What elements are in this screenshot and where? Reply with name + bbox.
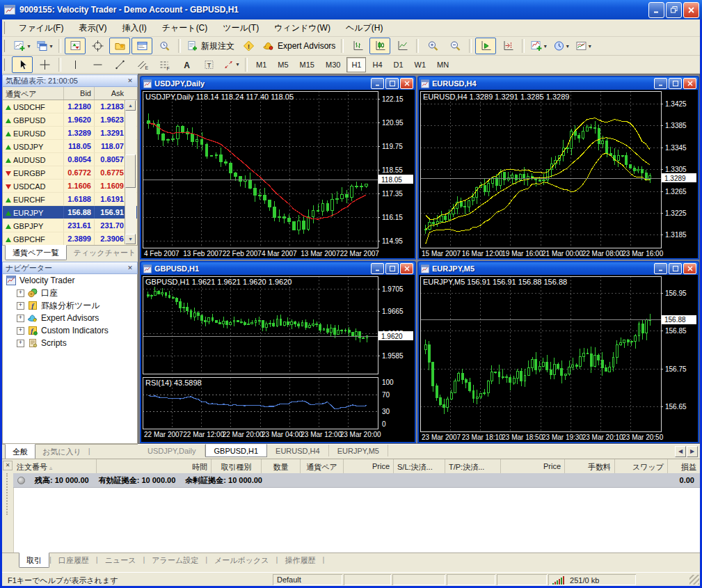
market-watch-tab-1[interactable]: ティックチャート (67, 246, 143, 260)
terminal-column-8[interactable]: Price (501, 459, 565, 473)
navigator-close-icon[interactable]: ✕ (126, 264, 134, 271)
quote-row-USDCAD[interactable]: USDCAD1.16061.1609 (3, 180, 137, 193)
tree-root[interactable]: Velocity Trader (3, 274, 137, 287)
tree-item-4[interactable]: +Scripts (3, 337, 137, 349)
crosshair-tool-button[interactable] (34, 56, 55, 73)
terminal-tab-3[interactable]: アラーム設定 (145, 553, 205, 567)
chart-canvas-usdjpy[interactable]: 122.15120.95119.75118.55117.35116.15114.… (141, 90, 415, 258)
chart-window-gbpusd[interactable]: GBPUSD,H11.97051.96651.96251.95851.96201… (140, 261, 416, 443)
chart-canvas-eurjpy[interactable]: 156.95156.85156.75156.65156.88EURJPY,M5 … (419, 275, 698, 442)
new-chart-button[interactable]: ▾ (12, 38, 33, 54)
chart-minimize-button[interactable] (371, 78, 384, 89)
terminal-column-9[interactable]: 手数料 (565, 459, 615, 473)
chart-tab-0[interactable]: USDJPY,Daily (139, 445, 205, 456)
timeframe-M1-button[interactable]: M1 (251, 57, 271, 72)
chart-close-button[interactable] (683, 263, 696, 274)
strategy-tester-button[interactable] (154, 38, 175, 54)
indicators-list-button[interactable]: ▾ (528, 38, 549, 54)
terminal-column-4[interactable]: 通貨ペア (301, 459, 344, 473)
menu-item-1[interactable]: 表示(V) (71, 20, 114, 36)
quote-row-USDCHF[interactable]: USDCHF1.21801.2183 (3, 100, 137, 113)
timeframe-M5-button[interactable]: M5 (273, 57, 293, 72)
terminal-tab-1[interactable]: 口座履歴 (51, 553, 96, 567)
terminal-column-5[interactable]: Price (344, 459, 394, 473)
chart-close-button[interactable] (400, 263, 413, 274)
menu-item-4[interactable]: ツール(T) (215, 20, 266, 36)
terminal-column-6[interactable]: S/L:決済... (394, 459, 445, 473)
timeframe-M30-button[interactable]: M30 (321, 57, 345, 72)
terminal-column-0[interactable]: 注文番号 ▵ (13, 459, 97, 473)
menu-item-5[interactable]: ウィンドウ(W) (266, 20, 338, 36)
quote-row-AUDUSD[interactable]: AUDUSD0.80540.8057 (3, 153, 137, 166)
terminal-column-7[interactable]: T/P:決済... (445, 459, 501, 473)
chart-canvas-eurusd[interactable]: 1.34251.33851.33451.33051.32651.32251.31… (419, 90, 698, 258)
profiles-button[interactable]: ▾ (34, 38, 55, 54)
terminal-column-2[interactable]: 取引種別 (212, 459, 262, 473)
data-window-button[interactable] (87, 38, 108, 54)
navigator-toggle-button[interactable] (109, 38, 130, 54)
cursor-tool-button[interactable] (12, 56, 33, 73)
expert-advisors-button[interactable]: Expert Advisors (260, 38, 337, 54)
market-watch-toggle-button[interactable] (65, 38, 86, 54)
chart-canvas-gbpusd[interactable]: 1.97051.96651.96251.95851.962010070300RS… (141, 275, 415, 442)
tabs-scroll-right-button[interactable]: ▶ (687, 446, 698, 457)
market-watch-close-icon[interactable]: ✕ (126, 77, 134, 84)
terminal-column-11[interactable]: 損益 (668, 459, 700, 473)
chart-window-eurusd[interactable]: EURUSD,H41.34251.33851.33451.33051.32651… (417, 76, 699, 260)
chart-title-bar[interactable]: EURJPY,M5 (419, 262, 698, 275)
chart-title-bar[interactable]: EURUSD,H4 (419, 77, 698, 90)
chart-maximize-button[interactable] (385, 263, 399, 274)
resize-grip[interactable] (689, 575, 699, 585)
quote-row-EURCHF[interactable]: EURCHF1.61881.6191 (3, 193, 137, 206)
menu-item-0[interactable]: ファイル(F) (11, 20, 71, 36)
market-watch-scrollbar[interactable]: ▲▼ (125, 100, 136, 244)
trendline-tool-button[interactable] (109, 56, 130, 73)
chart-window-eurjpy[interactable]: EURJPY,M5156.95156.85156.75156.65156.88E… (417, 261, 699, 443)
scroll-thumb[interactable] (125, 154, 136, 188)
text-tool-button[interactable]: A (176, 56, 197, 73)
line-mode-button[interactable] (392, 38, 413, 54)
quote-row-GBPUSD[interactable]: GBPUSD1.96201.9623 (3, 113, 137, 127)
menu-item-6[interactable]: ヘルプ(H) (338, 20, 391, 36)
fibonacci-tool-button[interactable]: F (154, 56, 175, 73)
market-watch-tab-0[interactable]: 通貨ペア一覧 (5, 245, 67, 260)
minimize-button[interactable] (648, 2, 664, 18)
expand-icon[interactable]: + (17, 302, 24, 310)
expand-icon[interactable]: + (17, 340, 24, 347)
chart-window-usdjpy[interactable]: USDJPY,Daily122.15120.95119.75118.55117.… (140, 76, 416, 260)
column-ask[interactable]: Ask (95, 87, 127, 100)
terminal-column-3[interactable]: 数量 (262, 459, 301, 473)
restore-button[interactable] (666, 2, 682, 18)
tree-item-0[interactable]: +口座 (3, 287, 137, 299)
expand-icon[interactable]: + (17, 289, 24, 297)
chart-close-button[interactable] (683, 78, 696, 89)
menu-item-2[interactable]: 挿入(I) (114, 20, 154, 36)
chart-minimize-button[interactable] (654, 263, 667, 274)
channel-tool-button[interactable]: E (131, 56, 152, 73)
timeframe-D1-button[interactable]: D1 (389, 57, 408, 72)
auto-scroll-button[interactable] (475, 38, 496, 54)
timeframe-MN-button[interactable]: MN (432, 57, 454, 72)
column-bid[interactable]: Bid (64, 87, 95, 100)
scroll-down-button[interactable]: ▼ (125, 234, 136, 244)
chart-title-bar[interactable]: USDJPY,Daily (141, 77, 415, 90)
periods-list-button[interactable]: ▾ (550, 38, 571, 54)
menu-item-3[interactable]: チャート(C) (154, 20, 216, 36)
chart-maximize-button[interactable] (669, 78, 682, 89)
quote-row-USDJPY[interactable]: USDJPY118.05118.07 (3, 140, 137, 153)
navigator-tab-0[interactable]: 全般 (5, 444, 35, 459)
new-order-button[interactable]: 新規注文 (184, 38, 237, 54)
timeframe-H1-button[interactable]: H1 (346, 57, 366, 72)
column-symbol[interactable]: 通貨ペア (3, 87, 64, 100)
chart-maximize-button[interactable] (669, 263, 682, 274)
zoom-in-button[interactable] (422, 38, 443, 54)
chart-tab-1[interactable]: GBPUSD,H1 (205, 444, 268, 457)
quote-row-EURJPY[interactable]: EURJPY156.88156.91 (3, 206, 137, 219)
text-label-tool-button[interactable]: T (198, 56, 219, 73)
chart-minimize-button[interactable] (654, 78, 667, 89)
terminal-tab-0[interactable]: 取引 (19, 553, 49, 568)
close-button[interactable] (683, 2, 699, 18)
terminal-tab-4[interactable]: メールボックス (207, 553, 276, 567)
templates-list-button[interactable]: ▾ (573, 38, 593, 54)
status-profile[interactable]: Default (273, 574, 342, 585)
